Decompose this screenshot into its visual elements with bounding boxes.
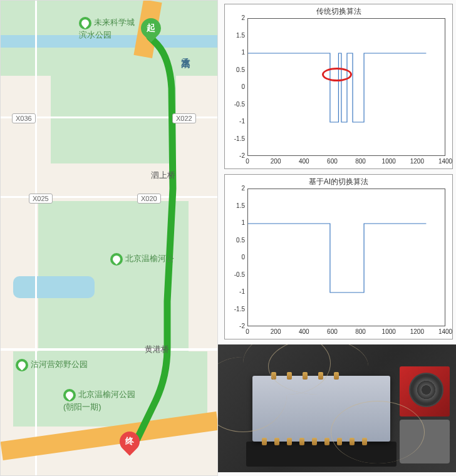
x-tick: 200 (268, 328, 283, 335)
x-tick: 1400 (438, 328, 453, 335)
bridge-label-2: 黄港桥 (145, 344, 169, 355)
x-tick: 0 (240, 158, 255, 165)
road-code-1: X036 (12, 113, 36, 123)
map[interactable]: 京承高速 未来科学城 滨水公园 北京温榆河公 沽河营郊野公园 北京温榆河公园 (… (0, 0, 218, 476)
bridge-label-1: 泗上桥 (151, 170, 175, 181)
x-tick: 800 (353, 158, 368, 165)
x-tick: 200 (268, 158, 283, 165)
y-tick: 1 (226, 219, 245, 226)
x-tick: 600 (324, 158, 339, 165)
y-tick: -0.5 (226, 271, 245, 278)
hardware-photo (218, 344, 456, 472)
x-tick: 800 (353, 328, 368, 335)
x-tick: 1200 (410, 158, 425, 165)
y-tick: 0 (226, 83, 245, 90)
y-tick: 0 (226, 254, 245, 261)
chart-ai: 基于AI的切换算法 -2-1.5-1-0.500.511.52020040060… (224, 174, 453, 339)
y-tick: -1 (226, 118, 245, 125)
y-tick: -1.5 (226, 135, 245, 142)
x-tick: 1000 (381, 328, 396, 335)
x-tick: 1200 (410, 328, 425, 335)
park-icon (16, 359, 28, 371)
fan-icon (409, 373, 443, 407)
y-tick: -0.5 (226, 101, 245, 108)
figure-container: 京承高速 未来科学城 滨水公园 北京温榆河公 沽河营郊野公园 北京温榆河公园 (… (0, 0, 456, 476)
road-code-4: X020 (137, 194, 161, 204)
poi-park1[interactable]: 未来科学城 滨水公园 (79, 17, 135, 41)
chart2-plot (247, 189, 445, 326)
y-tick: 0.5 (226, 237, 245, 244)
start-marker[interactable]: 起 (141, 18, 161, 43)
park-icon (79, 17, 91, 29)
poi-park2[interactable]: 北京温榆河公 (110, 253, 174, 266)
chart-traditional: 传统切换算法 -2-1.5-1-0.500.511.52020040060080… (224, 4, 453, 169)
y-tick: 1 (226, 49, 245, 56)
poi-park4[interactable]: 北京温榆河公园 (朝阳一期) (63, 389, 135, 413)
chart2-line (248, 189, 446, 327)
park-icon (110, 253, 123, 266)
chart1-title: 传统切换算法 (225, 4, 452, 17)
y-tick: 2 (226, 14, 245, 21)
chart1-line (248, 19, 446, 157)
road-code-3: X022 (172, 113, 196, 123)
poi-park3[interactable]: 沽河营郊野公园 (16, 359, 88, 371)
y-tick: 0.5 (226, 66, 245, 73)
park-icon (63, 389, 76, 401)
y-tick: 2 (226, 185, 245, 192)
y-tick: 1.5 (226, 202, 245, 209)
y-tick: -1 (226, 288, 245, 295)
x-tick: 0 (240, 328, 255, 335)
x-tick: 1000 (381, 158, 396, 165)
end-marker[interactable]: 终 (120, 432, 140, 457)
y-tick: 1.5 (226, 32, 245, 39)
x-tick: 400 (296, 328, 311, 335)
chart1-plot (247, 18, 445, 156)
road-code-2: X025 (29, 194, 53, 204)
x-tick: 1400 (438, 158, 453, 165)
y-tick: -1.5 (226, 306, 245, 313)
highlight-ellipse (322, 68, 352, 81)
chart2-title: 基于AI的切换算法 (225, 175, 452, 187)
right-panel: 传统切换算法 -2-1.5-1-0.500.511.52020040060080… (218, 0, 456, 476)
x-tick: 600 (324, 328, 339, 335)
x-tick: 400 (296, 158, 311, 165)
map-panel: 京承高速 未来科学城 滨水公园 北京温榆河公 沽河营郊野公园 北京温榆河公园 (… (0, 0, 218, 476)
